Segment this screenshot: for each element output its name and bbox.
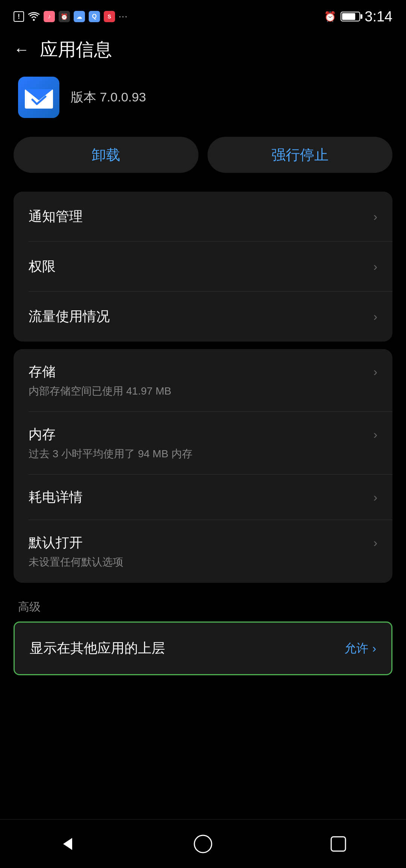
memory-item[interactable]: 内存 › 过去 3 小时平均使用了 94 MB 内存 [14,412,392,475]
menu-card-1: 通知管理 › 权限 › 流量使用情况 › [14,192,392,342]
header: ← 应用信息 [0,30,406,69]
battery-fill [342,13,355,20]
exclamation-icon: ! [14,11,24,22]
svg-rect-5 [331,837,345,851]
display-overlay-label: 显示在其他应用的上层 [30,639,165,658]
music-app-icon: ♪ [44,11,55,22]
storage-subtitle: 内部存储空间已使用 41.97 MB [29,384,377,398]
battery-icon [341,12,360,21]
nav-home-button[interactable] [186,827,220,861]
uninstall-button[interactable]: 卸载 [14,137,198,173]
chevron-right-icon-7: › [373,536,377,550]
nav-recent-icon [330,836,347,852]
battery-item[interactable]: 耗电详情 › [14,475,392,520]
chevron-right-icon-8: › [372,641,376,655]
display-overlay-item[interactable]: 显示在其他应用的上层 允许 › [15,623,391,674]
alarm-icon: ⏰ [324,11,336,23]
svg-marker-3 [63,838,72,850]
chevron-right-icon-3: › [373,310,377,324]
chevron-right-icon: › [373,210,377,224]
chevron-right-icon-4: › [373,365,377,379]
memory-subtitle: 过去 3 小时平均使用了 94 MB 内存 [29,447,377,461]
force-stop-button[interactable]: 强行停止 [208,137,392,173]
advanced-section-label: 高级 [0,590,406,618]
svg-point-4 [194,835,212,853]
display-overlay-value: 允许 [344,640,368,657]
nav-home-icon [193,834,213,854]
chevron-right-icon-5: › [373,428,377,442]
storage-title: 存储 [29,363,56,381]
app-version: 版本 7.0.0.93 [71,89,146,106]
back-button[interactable]: ← [14,42,29,57]
permissions-label: 权限 [29,257,56,276]
action-buttons: 卸载 强行停止 [0,129,406,184]
status-bar: ! ♪ ⏰ ☁ Q S ··· ⏰ 3:14 [0,0,406,30]
app-logo [18,77,59,118]
navigation-bar [0,819,406,868]
red-app-icon: S [104,11,115,22]
q-app-icon: Q [89,11,100,22]
page-title: 应用信息 [40,38,112,62]
traffic-item[interactable]: 流量使用情况 › [14,292,392,342]
highlighted-card: 显示在其他应用的上层 允许 › [14,622,392,675]
default-open-item[interactable]: 默认打开 › 未设置任何默认选项 [14,520,392,583]
status-left-icons: ! ♪ ⏰ ☁ Q S ··· [14,11,128,23]
default-open-title: 默认打开 [29,534,83,552]
battery-title: 耗电详情 [29,488,83,507]
clock-app-icon: ⏰ [59,11,70,22]
traffic-label: 流量使用情况 [29,307,110,326]
storage-item[interactable]: 存储 › 内部存储空间已使用 41.97 MB [14,349,392,412]
chevron-right-icon-2: › [373,260,377,274]
svg-point-0 [33,19,35,21]
nav-recent-button[interactable] [321,827,355,861]
wifi-icon [28,11,40,23]
nav-back-button[interactable] [51,827,85,861]
menu-card-2: 存储 › 内部存储空间已使用 41.97 MB 内存 › 过去 3 小时平均使用… [14,349,392,583]
display-overlay-right: 允许 › [344,640,376,657]
default-open-subtitle: 未设置任何默认选项 [29,555,377,569]
notification-item[interactable]: 通知管理 › [14,192,392,242]
envelope-icon [25,86,53,109]
status-right-icons: ⏰ 3:14 [324,9,392,25]
memory-title: 内存 [29,425,56,444]
battery-container [341,12,360,21]
more-apps-icon: ··· [119,12,128,21]
notification-label: 通知管理 [29,207,83,226]
nav-back-icon [59,835,77,853]
chevron-right-icon-6: › [373,490,377,504]
cloud-app-icon: ☁ [74,11,85,22]
permissions-item[interactable]: 权限 › [14,242,392,292]
app-info-section: 版本 7.0.0.93 [0,69,406,129]
status-time: 3:14 [365,9,392,25]
